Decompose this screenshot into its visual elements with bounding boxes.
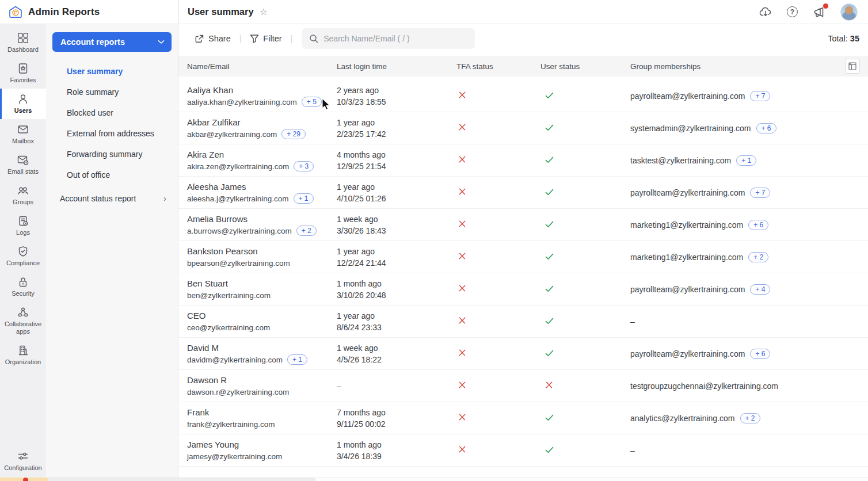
alias-count-badge[interactable]: + 3 [294, 161, 314, 171]
tfa-status-icon [458, 316, 466, 326]
last-login-date: 3/4/26 18:39 [337, 451, 456, 462]
last-login-date: 3/10/26 20:48 [337, 289, 456, 301]
user-name: Aleesha James [187, 181, 337, 193]
group-count-badge[interactable]: + 2 [748, 252, 768, 262]
submenu-item-external-from-addresses[interactable]: External from addresses [46, 123, 178, 144]
table-row[interactable]: Aleesha James aleesha.j@zylkertraining.c… [178, 177, 868, 209]
share-button[interactable]: Share [195, 34, 231, 44]
table-row[interactable]: Amelia Burrows a.burrows@zylkertraining.… [178, 209, 868, 241]
tfa-status-icon [458, 188, 466, 197]
sidebar-item-logs[interactable]: Logs [0, 211, 46, 241]
group-email: – [630, 446, 635, 455]
user-name: Dawson R [187, 375, 337, 386]
last-login-relative: 1 year ago [337, 117, 456, 128]
sidebar-item-mailbox[interactable]: Mailbox [0, 119, 46, 150]
chevron-down-icon [158, 40, 165, 44]
column-settings-icon [848, 62, 856, 70]
filter-button[interactable]: Filter [250, 34, 281, 43]
sidebar-item-dashboard[interactable]: Dashboard [0, 28, 46, 58]
last-login-relative: 1 month ago [337, 278, 456, 289]
user-email: aaliya.khan@zylkertraining.com [187, 97, 297, 108]
group-count-badge[interactable]: + 4 [750, 284, 770, 295]
table-row[interactable]: Akbar Zulfikar akbar@zylkertraining.com … [178, 112, 868, 144]
user-status-icon [545, 91, 554, 101]
table-row[interactable]: Bankston Pearson bpearson@zylkertraining… [178, 241, 868, 273]
search-box[interactable] [302, 28, 475, 49]
sidebar-item-favorites[interactable]: Favorites [0, 58, 46, 89]
download-cloud-icon[interactable] [759, 6, 772, 18]
table-row[interactable]: Aaliya Khan aaliya.khan@zylkertraining.c… [178, 80, 868, 112]
user-name: Amelia Burrows [187, 213, 337, 225]
reports-submenu: Account reports User summary Role summar… [46, 24, 178, 481]
group-email: marketing1@zylkertraining.com [630, 220, 743, 230]
group-count-badge[interactable]: + 6 [748, 220, 768, 230]
user-name: Akbar Zulfikar [187, 117, 337, 128]
table-row[interactable]: Akira Zen akira.zen@zylkertraining.com +… [178, 144, 868, 177]
search-input[interactable] [323, 34, 462, 43]
user-email: akira.zen@zylkertraining.com [187, 161, 289, 172]
sidebar-item-configuration[interactable]: Configuration [0, 446, 46, 476]
table-row[interactable]: CEO ceo@zylkertraining.com 1 year ago 8/… [178, 306, 868, 338]
group-count-badge[interactable]: + 6 [750, 349, 770, 359]
toolbar-divider: | [239, 34, 242, 43]
sidebar-item-security[interactable]: Security [0, 272, 46, 302]
alias-count-badge[interactable]: + 29 [281, 129, 306, 139]
alias-count-badge[interactable]: + 2 [296, 226, 317, 236]
column-header-name-email[interactable]: Name/Email [187, 62, 337, 71]
toolbar: Share | Filter | Total: 35 [178, 24, 868, 53]
submenu-item-forwarding-summary[interactable]: Forwarding summary [46, 144, 178, 165]
table-row[interactable]: David M davidm@zylkertraining.com + 1 1 … [178, 338, 868, 370]
table-row[interactable]: Ben Stuart ben@zylkertraining.com 1 mont… [178, 273, 868, 306]
group-count-badge[interactable]: + 7 [750, 188, 770, 198]
group-email: tasktest@zylkertraining.com [630, 156, 731, 165]
user-email: bpearson@zylkertraining.com [187, 258, 290, 269]
tfa-status-icon [458, 381, 466, 391]
group-email: – [630, 317, 635, 326]
alias-count-badge[interactable]: + 1 [287, 354, 307, 365]
account-reports-dropdown[interactable]: Account reports [52, 32, 172, 52]
page-title: User summary [188, 6, 254, 17]
last-login-date: 10/3/23 18:55 [337, 96, 456, 108]
submenu-item-role-summary[interactable]: Role summary [46, 82, 178, 102]
user-name: Ben Stuart [187, 278, 337, 289]
alias-count-badge[interactable]: + 1 [294, 193, 314, 204]
sidebar-label: Security [12, 290, 35, 297]
last-login-relative: 1 year ago [337, 310, 456, 322]
group-email: systemadmin@zylkertraining.com [630, 124, 751, 133]
table-row[interactable]: James Young jamesy@zylkertraining.com 1 … [178, 434, 868, 467]
alias-count-badge[interactable]: + 5 [302, 97, 322, 107]
sidebar-item-organization[interactable]: Organization [0, 340, 46, 371]
sidebar-label: Collaborative apps [1, 320, 45, 335]
sidebar-item-groups[interactable]: Groups [0, 180, 46, 211]
column-header-user-status[interactable]: User status [540, 62, 630, 71]
group-count-badge[interactable]: + 7 [750, 91, 770, 101]
submenu-item-user-summary[interactable]: User summary [46, 61, 178, 82]
group-count-badge[interactable]: + 2 [740, 413, 760, 423]
sidebar-item-compliance[interactable]: Compliance [0, 241, 46, 272]
favorite-star-icon[interactable]: ☆ [260, 6, 268, 17]
last-login-relative: – [337, 380, 456, 392]
submenu-item-blocked-user[interactable]: Blocked user [46, 102, 178, 123]
sidebar-item-email-stats[interactable]: Email stats [0, 150, 46, 180]
sidebar-label: Dashboard [7, 46, 39, 54]
column-header-tfa-status[interactable]: TFA status [456, 62, 540, 71]
user-avatar[interactable] [840, 3, 858, 21]
group-email: payrollteam@zylkertraining.com [630, 188, 745, 197]
help-icon[interactable]: ? [787, 6, 798, 17]
table-row[interactable]: Frank frank@zylkertraining.com 7 months … [178, 402, 868, 434]
announcements-icon[interactable] [813, 6, 825, 18]
user-name: Aaliya Khan [187, 85, 337, 96]
column-header-last-login[interactable]: Last login time [337, 62, 456, 71]
group-count-badge[interactable]: + 6 [756, 123, 776, 133]
table-row[interactable]: Dawson R dawson.r@zylkertraining.com – t… [178, 370, 868, 402]
last-login-date: 4/5/26 18:22 [337, 354, 456, 365]
top-header: Admin Reports User summary ☆ ? [0, 0, 868, 24]
sidebar-item-collaborative-apps[interactable]: Collaborative apps [0, 302, 46, 340]
submenu-item-out-of-office[interactable]: Out of office [46, 165, 178, 185]
user-email: aleesha.j@zylkertraining.com [187, 193, 289, 204]
column-header-group-memberships[interactable]: Group memberships [630, 62, 868, 71]
group-count-badge[interactable]: + 1 [736, 155, 756, 166]
sidebar-item-users[interactable]: Users [0, 89, 46, 119]
column-settings-button[interactable] [845, 59, 860, 74]
submenu-item-account-status-report[interactable]: Account status report › [46, 188, 178, 209]
